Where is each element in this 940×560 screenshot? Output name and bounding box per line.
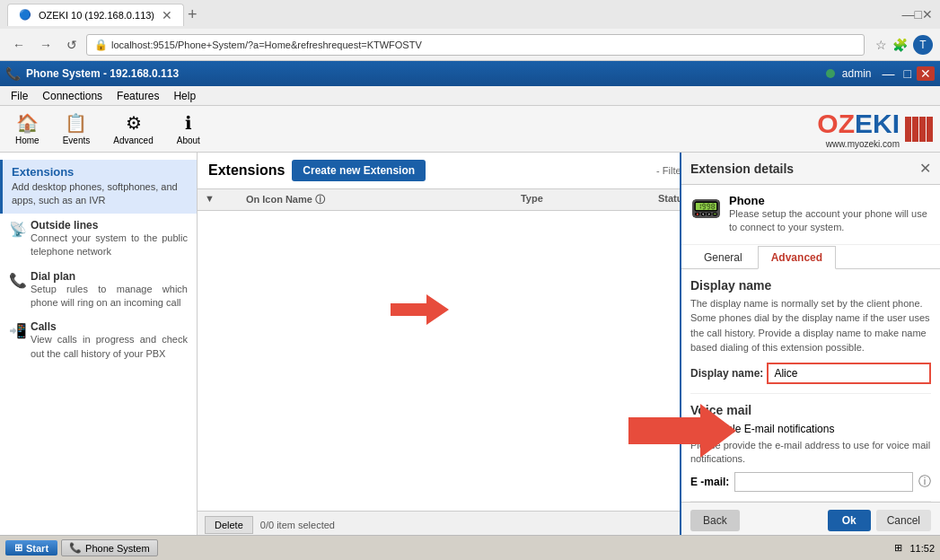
sidebar-item-dial-plan[interactable]: 📞 Dial plan Setup rules to manage which … (0, 265, 197, 316)
toolbar-home-label: Home (15, 136, 40, 145)
new-tab-button[interactable]: + (188, 5, 198, 24)
col-expand[interactable]: ▼ (205, 193, 246, 206)
voicemail-section: Voice mail Enable E-mail notifications P… (690, 403, 931, 492)
sidebar-item-extensions[interactable]: Extensions Add desktop phones, softphone… (0, 160, 197, 214)
admin-label: admin (842, 67, 872, 80)
url-text: localhost:9515/Phone+System/?a=Home&refr… (111, 39, 422, 50)
taskbar-left: ⊞ Start 📞 Phone System (5, 539, 158, 556)
phone-description: Please setup the account your phone will… (729, 207, 931, 235)
create-extension-button[interactable]: Create new Extension (292, 160, 426, 181)
display-name-label: Display name: (690, 367, 763, 380)
details-content: Display name The display name is normall… (681, 269, 940, 502)
app-minimize[interactable]: — (879, 66, 899, 81)
forward-button[interactable]: → (34, 36, 57, 54)
extensions-icon[interactable]: 🧩 (892, 38, 908, 52)
sidebar-calls-title: Calls (31, 320, 188, 333)
enable-email-label: Enable E-mail notifications (707, 423, 834, 435)
ozeki-grid (905, 117, 933, 141)
display-name-heading: Display name (690, 278, 931, 293)
main-layout: Extensions Add desktop phones, softphone… (0, 153, 940, 538)
email-label: E -mail: (690, 476, 729, 488)
col-name-header: On Icon Name ⓘ (246, 193, 521, 206)
sidebar: Extensions Add desktop phones, softphone… (0, 153, 198, 538)
app-close[interactable]: ✕ (917, 66, 935, 81)
delete-button[interactable]: Delete (205, 516, 253, 534)
sidebar-item-outside-lines[interactable]: 📡 Outside lines Connect your system to t… (0, 214, 197, 265)
toolbar: 🏠 Home 📋 Events ⚙ Advanced ℹ About O Z E… (0, 106, 940, 153)
ok-button[interactable]: Ok (828, 510, 871, 531)
toolbar-about-label: About (177, 136, 200, 145)
tab-advanced[interactable]: Advanced (758, 246, 836, 269)
footer-actions: Ok Cancel (828, 510, 931, 531)
sidebar-extensions-title[interactable]: Extensions (12, 165, 188, 179)
toolbar-home[interactable]: 🏠 Home (7, 108, 48, 150)
app-titlebar: 📞 Phone System - 192.168.0.113 admin — □… (0, 61, 940, 86)
sidebar-extensions-desc: Add desktop phones, softphones, and apps… (12, 180, 188, 208)
minimize-browser[interactable]: — (902, 7, 915, 22)
menu-connections[interactable]: Connections (35, 88, 110, 104)
enable-email-checkbox[interactable] (690, 423, 702, 434)
profile-icon[interactable]: T (913, 35, 933, 55)
clock: 11:52 (909, 543, 935, 554)
toolbar-events[interactable]: 📋 Events (55, 108, 99, 150)
sidebar-dialplan-title: Dial plan (31, 270, 188, 283)
browser-tab[interactable]: 🔵 OZEKI 10 (192.168.0.113) ✕ (7, 4, 184, 26)
content-area: Extensions Create new Extension - Filter… (198, 153, 940, 538)
divider-1 (690, 393, 931, 394)
app-maximize[interactable]: □ (900, 66, 915, 81)
sidebar-outside-desc: Connect your system to the public teleph… (31, 232, 188, 259)
menu-help[interactable]: Help (166, 88, 203, 104)
toolbar-about[interactable]: ℹ About (169, 108, 208, 150)
email-input[interactable] (734, 472, 913, 492)
app-title: Phone System - 192.168.0.113 (26, 67, 179, 80)
browser-tab-close[interactable]: ✕ (162, 8, 172, 22)
refresh-button[interactable]: ↺ (61, 36, 83, 54)
maximize-browser[interactable]: □ (915, 7, 922, 22)
display-name-row: Display name: (690, 363, 931, 384)
display-name-desc: The display name is normally set by the … (690, 296, 931, 355)
start-button[interactable]: ⊞ Start (5, 540, 57, 556)
toolbar-advanced-label: Advanced (113, 136, 153, 145)
enable-email-row: Enable E-mail notifications (690, 423, 931, 435)
tab-general[interactable]: General (690, 246, 756, 269)
close-browser[interactable]: ✕ (922, 7, 933, 22)
toolbar-advanced[interactable]: ⚙ Advanced (105, 108, 161, 150)
details-close-button[interactable]: ✕ (919, 160, 931, 177)
taskbar: ⊞ Start 📞 Phone System ⊞ 11:52 (0, 535, 940, 560)
back-button[interactable]: ← (7, 36, 31, 54)
ozeki-logo: O Z E K I www.myozeki.com (817, 109, 933, 149)
menu-file[interactable]: File (4, 88, 35, 104)
phone-taskbar-icon: 📞 (69, 542, 82, 554)
toolbar-events-label: Events (63, 136, 91, 145)
menu-bar: File Connections Features Help (0, 86, 940, 106)
extensions-title: Extensions (208, 162, 285, 179)
item-count: 0/0 item selected (260, 520, 335, 530)
ozeki-sub: www.myozeki.com (817, 139, 900, 149)
phone-info: 📟 Phone Please setup the account your ph… (681, 185, 940, 245)
browser-title-bar: 🔵 OZEKI 10 (192.168.0.113) ✕ + — □ ✕ (0, 0, 940, 29)
sidebar-item-calls[interactable]: 📲 Calls View calls in progress and check… (0, 315, 197, 366)
details-tabs: General Advanced (681, 245, 940, 269)
app-controls: — □ ✕ (879, 66, 935, 81)
email-help-icon: ⓘ (918, 474, 931, 490)
sidebar-outside-title: Outside lines (31, 219, 188, 232)
cancel-button[interactable]: Cancel (876, 510, 931, 531)
taskbar-right: ⊞ 11:52 (894, 542, 935, 554)
display-name-input[interactable] (767, 363, 931, 384)
address-bar[interactable]: 🔒 localhost:9515/Phone+System/?a=Home&re… (86, 34, 865, 56)
extension-details-panel: Extension details ✕ 📟 Phone Please setup… (680, 153, 940, 538)
details-panel-header: Extension details ✕ (681, 153, 940, 185)
voicemail-desc: Please provide the e-mail address to use… (690, 439, 931, 467)
col-type-header: Type (521, 193, 658, 206)
menu-features[interactable]: Features (110, 88, 166, 104)
browser-window: 🔵 OZEKI 10 (192.168.0.113) ✕ + — □ ✕ ← →… (0, 0, 940, 61)
details-panel-title: Extension details (690, 162, 794, 176)
details-footer: Back Ok Cancel (681, 502, 940, 538)
phone-system-taskbar[interactable]: 📞 Phone System (61, 539, 158, 556)
back-button[interactable]: Back (690, 510, 740, 531)
voicemail-title: Voice mail (690, 403, 931, 417)
star-icon[interactable]: ☆ (875, 38, 887, 52)
browser-right-icons: ☆ 🧩 T (875, 35, 933, 55)
home-icon: 🏠 (16, 112, 39, 134)
app-window: 📞 Phone System - 192.168.0.113 admin — □… (0, 61, 940, 538)
